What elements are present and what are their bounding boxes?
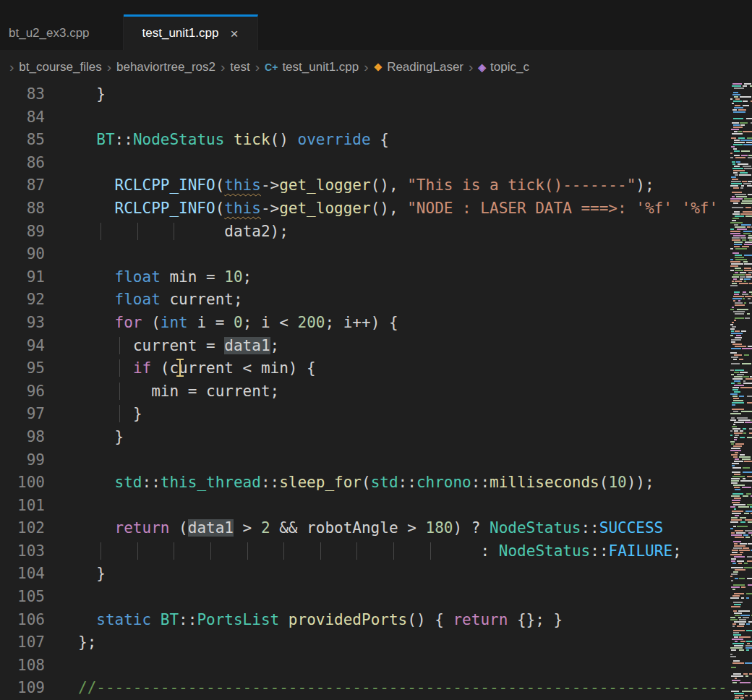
code-line[interactable]: 105 [0, 586, 729, 609]
minimap-line [730, 168, 751, 169]
line-number[interactable]: 99 [0, 449, 45, 472]
line-number[interactable]: 106 [0, 609, 45, 632]
line-number[interactable]: 89 [0, 221, 45, 244]
breadcrumb-item-test_unit1.cpp[interactable]: C+test_unit1.cpp [265, 60, 359, 74]
minimap-line [730, 560, 751, 562]
minimap-line [730, 545, 751, 547]
line-number[interactable]: 95 [0, 357, 45, 380]
line-number[interactable]: 94 [0, 335, 45, 358]
line-number[interactable]: 83 [0, 83, 45, 106]
code-line[interactable]: 100 std::this_thread::sleep_for(std::chr… [0, 471, 729, 495]
code-line[interactable]: 91 float min = 10; [0, 266, 729, 289]
minimap-line [730, 643, 751, 644]
line-number[interactable]: 91 [0, 266, 45, 289]
code-line[interactable]: 86 [0, 152, 729, 175]
code-line[interactable]: 103 │ │ │ │ │ │ │ │ │ │ : NodeStatus::FA… [0, 540, 729, 563]
minimap-line [730, 343, 751, 345]
line-number[interactable]: 102 [0, 517, 45, 540]
code-line[interactable]: 93 for (int i = 0; i < 200; i++) { [0, 312, 729, 335]
line-number[interactable]: 101 [0, 495, 45, 518]
line-number[interactable]: 103 [0, 540, 45, 563]
line-number[interactable]: 105 [0, 586, 45, 609]
minimap-line [730, 163, 751, 165]
code-line[interactable]: 94 │ current = data1; [0, 335, 729, 358]
line-number[interactable]: 96 [0, 380, 45, 404]
minimap-line [730, 127, 751, 128]
minimap-line [730, 268, 751, 269]
minimap-line [730, 213, 751, 215]
minimap-line [730, 339, 751, 341]
code-line[interactable]: 88 RCLCPP_INFO(this->get_logger(), "NODE… [0, 197, 729, 221]
minimap-line [730, 122, 751, 124]
minimap-line [730, 461, 751, 462]
code-line[interactable]: 83 } [0, 83, 729, 106]
code-line[interactable]: 97 │ } [0, 403, 729, 426]
minimap-line [730, 680, 751, 681]
code-line[interactable]: 95 │ if (current < min) { [0, 357, 729, 380]
minimap-line [730, 354, 751, 356]
code-line[interactable]: 98 } [0, 426, 729, 449]
code-line[interactable]: 99 [0, 449, 729, 472]
code-line[interactable]: 90 [0, 243, 729, 266]
breadcrumb-item-bt_course_files[interactable]: bt_course_files [19, 60, 101, 74]
line-number[interactable]: 86 [0, 152, 45, 175]
code-line[interactable]: 109//-----------------------------------… [0, 677, 729, 700]
tab-test_unit1.cpp[interactable]: test_unit1.cpp× [124, 14, 258, 50]
line-number[interactable]: 90 [0, 243, 45, 266]
breadcrumb-item-topic_c[interactable]: ◈topic_c [478, 60, 529, 74]
code-line[interactable]: 84 [0, 106, 729, 129]
code-line[interactable]: 85 BT::NodeStatus tick() override { [0, 129, 729, 152]
minimap-line [730, 474, 751, 475]
line-number[interactable]: 93 [0, 312, 45, 335]
line-number[interactable]: 107 [0, 631, 45, 654]
code-line[interactable]: 101 [0, 495, 729, 518]
code-line[interactable]: 87 RCLCPP_INFO(this->get_logger(), "This… [0, 174, 729, 197]
line-number[interactable]: 104 [0, 563, 45, 586]
line-number[interactable]: 84 [0, 106, 45, 129]
code-editor[interactable]: 83 }8485 BT::NodeStatus tick() override … [0, 83, 729, 700]
tab-bt_u2_ex3.cpp[interactable]: bt_u2_ex3.cpp [0, 14, 124, 50]
line-number[interactable]: 87 [0, 174, 45, 197]
minimap-line [730, 274, 751, 276]
minimap[interactable] [729, 83, 752, 700]
minimap-line [730, 359, 751, 360]
minimap-line [730, 239, 751, 241]
minimap-line [730, 103, 751, 104]
minimap-line [730, 101, 751, 102]
line-number[interactable]: 85 [0, 129, 45, 152]
minimap-line [730, 248, 751, 249]
code-line[interactable]: 89 │ │ │ data2); [0, 221, 729, 244]
minimap-line [730, 645, 751, 646]
minimap-line [730, 636, 751, 638]
minimap-line [730, 660, 751, 662]
code-line[interactable]: 102 return (data1 > 2 && robotAngle > 18… [0, 517, 729, 540]
minimap-line [730, 285, 751, 286]
breadcrumb-item-ReadingLaser[interactable]: ❖ReadingLaser [374, 60, 463, 74]
minimap-line [730, 576, 751, 577]
code-line[interactable]: 106 static BT::PortsList providedPorts()… [0, 609, 729, 632]
minimap-line [730, 246, 751, 247]
minimap-line [730, 111, 751, 113]
tab-close-icon[interactable]: × [230, 27, 238, 40]
code-line[interactable]: 108 [0, 654, 729, 678]
minimap-line [730, 463, 751, 464]
line-number[interactable]: 108 [0, 654, 45, 678]
minimap-line [730, 508, 751, 510]
minimap-line [730, 478, 751, 479]
tab-label: test_unit1.cpp [142, 26, 219, 40]
minimap-line [730, 131, 751, 132]
line-number[interactable]: 92 [0, 289, 45, 312]
line-number[interactable]: 109 [0, 677, 45, 700]
breadcrumb-item-test[interactable]: test [230, 60, 249, 74]
line-number[interactable]: 97 [0, 403, 45, 426]
line-number[interactable]: 88 [0, 197, 45, 221]
minimap-line [730, 409, 751, 410]
line-number[interactable]: 98 [0, 426, 45, 449]
code-line[interactable]: 96 │ min = current; [0, 380, 729, 404]
code-line[interactable]: 104 } [0, 563, 729, 586]
minimap-line [730, 480, 751, 482]
line-number[interactable]: 100 [0, 471, 45, 495]
code-line[interactable]: 107}; [0, 631, 729, 654]
breadcrumb-item-behaviortree_ros2[interactable]: behaviortree_ros2 [116, 60, 215, 74]
code-line[interactable]: 92 float current; [0, 289, 729, 312]
